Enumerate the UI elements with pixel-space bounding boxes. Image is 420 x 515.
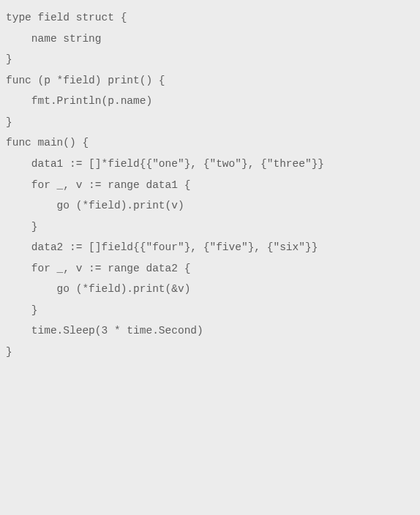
code-line: go (*field).print(v) [6,195,414,217]
code-line: } [6,49,414,70]
code-line: name string [6,29,414,50]
code-line: go (*field).print(&v) [6,279,414,300]
code-block: type field struct { name string}func (p … [6,7,414,363]
code-line: type field struct { [6,7,414,29]
code-line: } [6,342,414,363]
code-line: data2 := []field{{"four"}, {"five"}, {"s… [6,237,414,258]
code-line: fmt.Println(p.name) [6,91,414,112]
code-line: data1 := []*field{{"one"}, {"two"}, {"th… [6,154,414,175]
code-line: time.Sleep(3 * time.Second) [6,320,414,342]
code-line: } [6,217,414,238]
code-line: for _, v := range data1 { [6,175,414,196]
code-line: func main() { [6,132,414,154]
code-line: } [6,112,414,133]
code-line: } [6,300,414,321]
code-line: for _, v := range data2 { [6,258,414,279]
code-line: func (p *field) print() { [6,70,414,91]
